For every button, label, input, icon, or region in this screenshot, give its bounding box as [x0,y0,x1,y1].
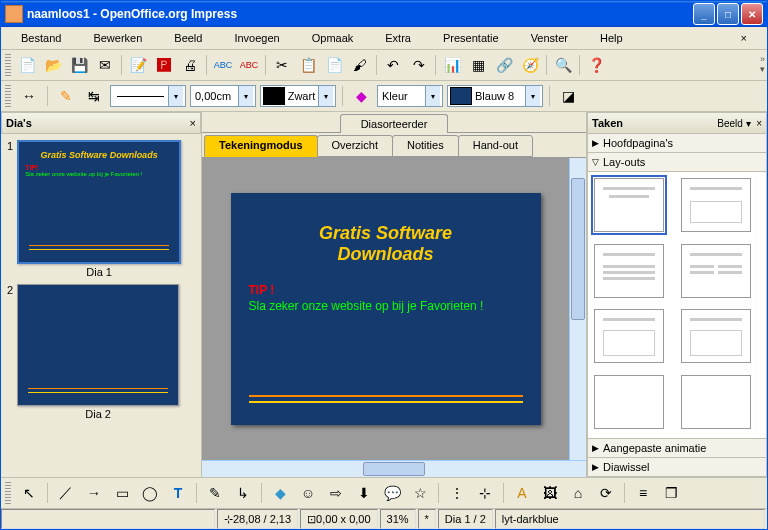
tab-notes[interactable]: Notities [392,135,459,157]
table-button[interactable]: ▦ [466,53,490,77]
minimize-button[interactable]: _ [693,3,715,25]
spellcheck-button[interactable]: ABC [211,53,235,77]
redo-button[interactable]: ↷ [407,53,431,77]
rotate-tool[interactable]: ⟳ [594,481,618,505]
format-paint-button[interactable]: 🖌 [348,53,372,77]
menu-file[interactable]: Bestand [5,30,77,46]
paste-button[interactable]: 📄 [322,53,346,77]
arrow-style-button[interactable]: ↔ [17,84,41,108]
from-file-tool[interactable]: 🖼 [538,481,562,505]
edit-file-button[interactable]: 📝 [126,53,150,77]
vertical-scrollbar[interactable] [569,158,586,460]
slide-canvas[interactable]: Gratis SoftwareDownloads TIP ! Sla zeker… [231,193,541,425]
arrange-tool[interactable]: ❐ [659,481,683,505]
slide-thumbnail-1[interactable]: Gratis Software Downloads TIP! Sla zeker… [17,140,181,264]
canvas-area[interactable]: Gratis SoftwareDownloads TIP ! Sla zeker… [202,158,569,460]
autospell-button[interactable]: ABC [237,53,261,77]
status-zoom[interactable]: 31% [380,509,416,529]
hyperlink-button[interactable]: 🔗 [492,53,516,77]
arrow-ends-button[interactable]: ↹ [82,84,106,108]
layout-item[interactable] [594,178,664,232]
layout-item[interactable] [681,244,751,298]
layout-item[interactable] [594,375,664,429]
menu-view[interactable]: Beeld [158,30,218,46]
toolbar-grip[interactable] [5,54,11,76]
tasks-view-menu[interactable]: Beeld ▾ × [717,118,762,129]
zoom-button[interactable]: 🔍 [551,53,575,77]
open-button[interactable]: 📂 [41,53,65,77]
line-style-button[interactable]: ✎ [54,84,78,108]
symbol-shapes-tool[interactable]: ☺ [296,481,320,505]
tab-slidesorter[interactable]: Diasorteerder [340,114,449,133]
menu-edit[interactable]: Bewerken [77,30,158,46]
print-button[interactable]: 🖨 [178,53,202,77]
line-style-combo[interactable]: ▾ [110,85,186,107]
menu-window[interactable]: Venster [515,30,584,46]
tab-outline[interactable]: Overzicht [317,135,393,157]
stars-tool[interactable]: ☆ [408,481,432,505]
tab-drawing[interactable]: Tekeningmodus [204,135,318,157]
layout-item[interactable] [594,244,664,298]
select-tool[interactable]: ↖ [17,481,41,505]
gluepoints-tool[interactable]: ⊹ [473,481,497,505]
task-section-masterpages[interactable]: ▶Hoofdpagina's [587,134,767,153]
arrow-tool[interactable]: → [82,481,106,505]
basic-shapes-tool[interactable]: ◆ [268,481,292,505]
gallery-tool[interactable]: ⌂ [566,481,590,505]
points-tool[interactable]: ⋮ [445,481,469,505]
connector-tool[interactable]: ↳ [231,481,255,505]
save-button[interactable]: 💾 [67,53,91,77]
align-tool[interactable]: ≡ [631,481,655,505]
slide-thumbnail-2[interactable] [17,284,179,406]
email-button[interactable]: ✉ [93,53,117,77]
tab-handout[interactable]: Hand-out [458,135,533,157]
fill-type-combo[interactable]: Kleur▾ [377,85,443,107]
line-width-combo[interactable]: 0,00cm▾ [190,85,256,107]
doc-close-button[interactable]: × [725,30,763,46]
layout-item[interactable] [681,178,751,232]
area-fill-button[interactable]: ◆ [349,84,373,108]
pdf-button[interactable]: 🅿 [152,53,176,77]
toolbar-overflow[interactable]: »▾ [760,54,765,74]
horizontal-scrollbar[interactable] [202,460,586,477]
hscroll-thumb[interactable] [363,462,425,476]
vscroll-thumb[interactable] [571,178,585,320]
menu-help[interactable]: Help [584,30,639,46]
maximize-button[interactable]: □ [717,3,739,25]
copy-button[interactable]: 📋 [296,53,320,77]
undo-button[interactable]: ↶ [381,53,405,77]
task-section-slide-trans[interactable]: ▶Diawissel [587,458,767,477]
text-tool[interactable]: T [166,481,190,505]
fontwork-tool[interactable]: A [510,481,534,505]
task-section-layouts[interactable]: ▽Lay-outs [587,153,767,172]
task-section-custom-anim[interactable]: ▶Aangepaste animatie [587,439,767,458]
view-tabs-top: Diasorteerder [202,112,586,133]
chart-button[interactable]: 📊 [440,53,464,77]
menu-format[interactable]: Opmaak [296,30,370,46]
shadow-button[interactable]: ◪ [556,84,580,108]
layout-item[interactable] [681,375,751,429]
line-color-combo[interactable]: Zwart▾ [260,85,336,107]
layout-item[interactable] [681,309,751,363]
layout-item[interactable] [594,309,664,363]
navigator-button[interactable]: 🧭 [518,53,542,77]
cut-button[interactable]: ✂ [270,53,294,77]
line-tool[interactable]: ／ [54,481,78,505]
new-button[interactable]: 📄 [15,53,39,77]
block-arrows-tool[interactable]: ⇨ [324,481,348,505]
menu-insert[interactable]: Invoegen [218,30,295,46]
flowchart-tool[interactable]: ⬇ [352,481,376,505]
curve-tool[interactable]: ✎ [203,481,227,505]
slides-panel-close[interactable]: × [190,117,196,129]
rect-tool[interactable]: ▭ [110,481,134,505]
help-button[interactable]: ❓ [584,53,608,77]
ellipse-tool[interactable]: ◯ [138,481,162,505]
callouts-tool[interactable]: 💬 [380,481,404,505]
menu-tools[interactable]: Extra [369,30,427,46]
fill-color-combo[interactable]: Blauw 8▾ [447,85,543,107]
menu-presentation[interactable]: Presentatie [427,30,515,46]
close-button[interactable]: ✕ [741,3,763,25]
toolbar-grip-2[interactable] [5,85,11,107]
titlebar[interactable]: naamloos1 - OpenOffice.org Impress _ □ ✕ [1,1,767,27]
toolbar-grip-3[interactable] [5,482,11,504]
